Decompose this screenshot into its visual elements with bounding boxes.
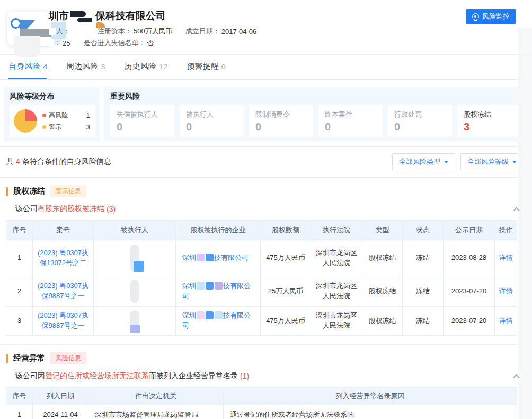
redaction-block [49,28,56,35]
establish-date-label: 成立日期： [185,27,220,36]
legal-rep-label: 人： [56,27,70,36]
section-accent-bar [6,187,8,196]
redaction-block [206,254,214,261]
case-number-link[interactable]: (2023) 粤0307执保13072号之二 [38,249,88,267]
risk-type-filter-dropdown[interactable]: 全部风险类型 [392,153,455,170]
redaction-block [134,261,144,272]
frozen-company-link[interactable]: 深圳技有限公司 [182,282,251,300]
important-risk-cards: 失信被执行人 0 被执行人 0 限制消费令 0 终本案件 0 行政处罚 0 股权… [110,105,521,137]
section-accent-bar [6,354,8,363]
legend-item-high: 高风险 1 [42,109,90,121]
logo-redaction-block [14,36,40,57]
card-terminated-case[interactable]: 终本案件 0 [318,105,383,137]
redaction-block [197,254,205,261]
logo-ring-icon [11,18,21,29]
high-risk-dot-icon [42,114,46,117]
redaction-block [206,311,214,319]
important-risks-title: 重要风险 [110,92,521,101]
company-name-suffix: 保科技有限公司 [95,9,166,23]
distribution-title: 风险等级分布 [10,92,95,101]
redaction-block [206,282,214,290]
insured-value: 25 [63,39,70,47]
tab-history-risk[interactable]: 历史风险 12 [125,55,168,79]
risk-tabs: 自身风险 4 周边风险 3 历史风险 12 预警提醒 6 [0,55,532,80]
executee-redacted-cell [94,240,176,276]
tab-count: 12 [159,62,168,71]
caret-down-icon [444,161,448,163]
equity-freeze-table: 序号 案号 被执行人 股权被执行的企业 股权数额 执行法院 类型 状态 公示日期… [6,220,517,336]
card-dishonest-executee[interactable]: 失信被执行人 0 [110,105,174,137]
company-name: 圳市 保科技有限公司 [49,9,166,23]
company-name-redaction [70,10,94,22]
tab-surrounding-risk[interactable]: 周边风险 3 [66,55,105,79]
risk-monitor-label: 风险监控 [482,12,510,21]
redaction-block [197,311,205,319]
redaction-block [130,325,140,333]
case-number-link[interactable]: (2023) 粤0307执保9887号之一 [38,282,88,300]
company-info-line1: 人： 注册资本： 500万人民币 成立日期： 2017-04-06 [49,27,256,36]
caret-down-icon [512,161,517,163]
abnormal-operation-title: 经营异常 [13,353,45,363]
result-summary: 共4条符合条件的自身风险信息 [6,157,111,167]
frozen-company-link[interactable]: 深圳技有限公司 [182,254,249,261]
card-admin-penalty[interactable]: 行政处罚 0 [388,105,452,137]
detail-link[interactable]: 详情 [499,287,513,295]
abnormal-operation-desc: 该公司因登记的住所或经营场所无法联系而被列入企业经营异常名录(1) [15,371,523,381]
card-executee[interactable]: 被执行人 0 [180,105,244,137]
table-header-row: 序号 案号 被执行人 股权被执行的企业 股权数额 执行法院 类型 状态 公示日期… [6,221,517,240]
abnormal-count: (1) [240,372,249,380]
executee-redacted-cell [94,276,176,307]
monitor-camera-icon [472,13,479,20]
filter-bar: 共4条符合条件的自身风险信息 全部风险类型 全部风险等级 [0,147,532,178]
executee-redacted-cell [94,307,176,336]
card-consumption-restriction[interactable]: 限制消费令 0 [249,105,313,137]
company-name-prefix: 圳市 [49,9,69,23]
abnormal-operation-section: 经营异常 风险信息 该公司因登记的住所或经营场所无法联系而被列入企业经营异常名录… [0,345,532,419]
dishonest-list-value: 否 [147,38,154,48]
table-row: 1 2024-11-04 深圳市市场监督管理局龙岗监管局 通过登记的住所或者经营… [6,405,517,419]
company-header: 圳市 保科技有限公司 人： 注册资本： 500万人民币 成立日期： 2017-0… [0,0,532,55]
establish-date-value: 2017-04-06 [221,28,257,36]
risk-overview: 风险等级分布 高风险 1 警示 3 重要风险 失信被执行人 0 [0,80,532,147]
warn-info-badge: 警示信息 [50,185,86,197]
table-row: 2 (2023) 粤0307执保9887号之一 深圳技有限公司 25万人民币 深… [6,276,517,307]
redaction-block [215,282,223,290]
abnormal-desc-link[interactable]: 登记的住所或经营场所无法联系 [45,371,149,381]
equity-freeze-section: 股权冻结 警示信息 该公司有股东的股权被冻结(3) 序号 案号 被执行人 股权被… [0,178,532,345]
redaction-block [130,280,139,303]
tab-self-risk[interactable]: 自身风险 4 [8,55,47,79]
dishonest-list-label: 是否进入失信名单： [83,38,145,48]
detail-link[interactable]: 详情 [499,317,513,325]
table-header-row: 序号 列入日期 作出决定机关 列入经营异常名录原因 [6,388,517,405]
risk-monitor-button[interactable]: 风险监控 [466,9,516,24]
result-count: 4 [16,157,20,165]
risk-pie-chart [14,109,37,133]
table-row: 1 (2023) 粤0307执保13072号之二 深圳技有限公司 475万人民币… [6,240,517,276]
equity-freeze-count: (3) [107,205,116,213]
equity-freeze-desc: 该公司有股东的股权被冻结(3) [15,204,523,214]
redaction-block [197,282,205,290]
warn-dot-icon [42,125,46,129]
pie-legend: 高风险 1 警示 3 [42,109,90,133]
risk-level-filter-dropdown[interactable]: 全部风险等级 [460,153,524,170]
company-logo [7,12,54,46]
risk-info-badge: 风险信息 [50,352,86,364]
detail-link[interactable]: 详情 [499,254,513,261]
redaction-block [49,39,54,47]
equity-freeze-desc-link[interactable]: 有股东的股权被冻结 [38,204,104,214]
legend-item-warn: 警示 3 [42,121,90,133]
redaction-block [215,311,223,319]
equity-freeze-title: 股权冻结 [13,186,45,196]
tab-warning-reminder[interactable]: 预警提醒 6 [187,55,225,79]
case-number-link[interactable]: (2023) 粤0307执保9887号之一 [38,311,88,329]
tab-count: 3 [101,62,105,71]
table-row: 3 (2023) 粤0307执保9887号之一 深圳技有限公司 475万人民币 … [6,307,517,336]
page-right-gutter [518,28,532,419]
insured-label: ： [54,38,61,48]
frozen-company-link[interactable]: 深圳技有限公司 [182,311,251,329]
abnormal-operation-table: 序号 列入日期 作出决定机关 列入经营异常名录原因 1 2024-11-04 深… [6,387,517,419]
important-risks-panel: 重要风险 失信被执行人 0 被执行人 0 限制消费令 0 终本案件 0 行政处罚… [104,87,528,141]
tab-count: 4 [43,62,47,71]
reg-capital-value: 500万人民币 [134,27,173,36]
card-equity-freeze[interactable]: 股权冻结 3 [457,105,521,137]
